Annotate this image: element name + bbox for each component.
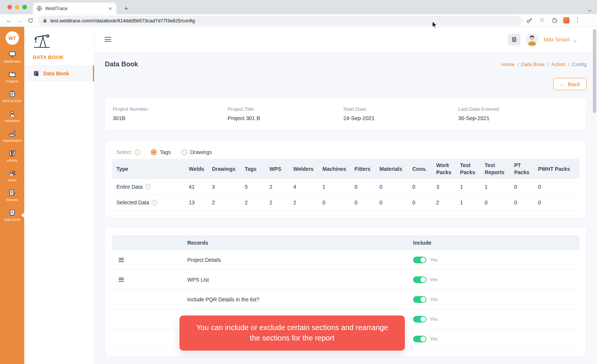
radio-tags[interactable]: Tags: [151, 149, 171, 155]
tab-title: WeldTrace: [45, 6, 105, 11]
cell-value: 0: [410, 195, 434, 210]
browser-tab[interactable]: WeldTrace ×: [33, 3, 116, 14]
sidebar-item-organization[interactable]: Organization: [0, 126, 24, 146]
column-header: Test Reports: [482, 159, 512, 179]
back-arrow-icon: ←: [560, 81, 565, 87]
close-window-button[interactable]: [7, 5, 12, 9]
main-area: Max Smart Data Book Home / Data Book / A…: [94, 27, 597, 364]
password-key-icon[interactable]: [526, 17, 533, 23]
module-sidebar: DATA BOOK Data Book: [24, 27, 94, 364]
info-icon[interactable]: i: [145, 184, 151, 189]
include-toggle[interactable]: Yes: [413, 296, 438, 303]
project-number-field: Project Number: 301B: [113, 106, 228, 121]
chevron-down-icon[interactable]: [573, 37, 576, 43]
primary-sidebar: WT Dashboard Projects WPS & PQR Personne…: [0, 27, 24, 364]
sidebar-item-data-book[interactable]: Data Book: [0, 205, 24, 225]
cell-value: 2: [434, 195, 458, 210]
user-name[interactable]: Max Smart: [544, 37, 570, 43]
weldtrace-logo[interactable]: WT: [6, 31, 19, 45]
records-column-header: Records: [187, 235, 208, 250]
include-toggle[interactable]: Yes: [413, 257, 438, 263]
dashboard-icon: [8, 50, 16, 59]
sidebar-item-personnel[interactable]: Personnel: [0, 106, 24, 126]
column-header: Work Packs: [434, 159, 458, 179]
cell-value: 2: [267, 179, 291, 195]
field-label: Last Data Entered:: [458, 106, 586, 112]
hamburger-menu-icon[interactable]: [104, 37, 111, 42]
info-icon[interactable]: i: [152, 200, 157, 205]
browser-back-button[interactable]: ←: [4, 16, 13, 25]
sidebar-item-wps-pqr[interactable]: WPS & PQR: [0, 87, 24, 106]
toggle-switch-icon[interactable]: [413, 257, 426, 263]
project-title-field: Project Title: Project 301 B: [228, 106, 343, 121]
toggle-switch-icon[interactable]: [413, 316, 426, 323]
include-toggle[interactable]: Yes: [413, 336, 438, 342]
cell-value: 0: [320, 195, 352, 210]
toggle-switch-icon[interactable]: [413, 336, 426, 342]
cell-value: 0: [377, 179, 410, 195]
breadcrumb-home[interactable]: Home: [501, 62, 515, 67]
sidebar-item-library[interactable]: Library: [0, 146, 24, 166]
url-text[interactable]: test.weldtrace.com/#/databook/614ddd5b57…: [50, 18, 195, 23]
field-value: 24-Sep-2021: [343, 115, 458, 121]
column-header: Welds: [187, 159, 210, 179]
address-bar[interactable]: test.weldtrace.com/#/databook/614ddd5b57…: [38, 16, 522, 25]
minimize-window-button[interactable]: [15, 5, 19, 9]
toggle-label: Yes: [430, 277, 438, 282]
user-avatar[interactable]: [526, 33, 538, 46]
record-label: WPS List: [187, 277, 209, 283]
column-header: PT Packs: [512, 159, 536, 179]
extensions-puzzle-icon[interactable]: [552, 17, 558, 23]
toggle-switch-icon[interactable]: [413, 276, 426, 283]
lock-icon: [43, 18, 47, 23]
sidebar-item-projects[interactable]: Projects: [0, 67, 24, 87]
radio-drawings[interactable]: Drawings: [181, 149, 212, 155]
breadcrumb-data-book[interactable]: Data Book: [521, 62, 545, 67]
toggle-switch-icon[interactable]: [413, 296, 426, 303]
sidebar-item-label: Library: [7, 159, 18, 162]
tab-search-chevron-icon[interactable]: [588, 6, 591, 13]
back-button-label: Back: [568, 81, 580, 87]
reload-icon[interactable]: [28, 18, 34, 23]
extension-badge-icon[interactable]: [563, 17, 569, 23]
vertical-scrollbar[interactable]: [593, 29, 596, 113]
quick-report-button[interactable]: [508, 34, 521, 46]
bookmark-star-icon[interactable]: ☆: [540, 16, 545, 23]
column-header: PWHT Packs: [536, 159, 579, 179]
globe-favicon-icon: [37, 6, 42, 11]
drag-handle-icon[interactable]: [119, 277, 124, 282]
include-toggle[interactable]: Yes: [413, 276, 438, 283]
table-row-selected-data: Selected Datai 13 2 2 2 2 0 0 0 0 2 1 0 …: [112, 195, 579, 210]
app-topbar: Max Smart: [94, 27, 597, 52]
include-toggle[interactable]: Yes: [413, 316, 438, 323]
new-tab-button[interactable]: +: [122, 4, 131, 13]
cell-value: 2: [243, 195, 267, 210]
info-tooltip: You can include or exclude certain secti…: [179, 316, 405, 351]
cell-value: 0: [352, 179, 377, 195]
radio-button-icon[interactable]: [151, 149, 157, 155]
drag-handle-icon[interactable]: [119, 258, 124, 262]
tab-close-icon[interactable]: ×: [108, 6, 113, 11]
record-row-wps-list: WPS List Yes: [112, 270, 579, 290]
column-header: Fitters: [352, 159, 377, 179]
sidebar-item-dashboard[interactable]: Dashboard: [0, 47, 24, 67]
sidebar-item-reports[interactable]: Reports: [0, 185, 24, 205]
cell-value: 0: [536, 195, 579, 210]
breadcrumb-separator: /: [547, 62, 549, 67]
info-icon[interactable]: i: [135, 150, 140, 155]
cell-value: 2: [291, 195, 320, 210]
cell-value: 1: [458, 195, 482, 210]
breadcrumb-separator: /: [568, 62, 569, 67]
sidebar-item-users[interactable]: Users: [0, 166, 24, 185]
breadcrumb: Home / Data Book / Action / Config: [501, 62, 587, 67]
radio-button-icon[interactable]: [181, 149, 187, 155]
cell-value: 5: [243, 179, 267, 195]
sidebar-item-label: Data Book: [4, 218, 20, 222]
breadcrumb-action[interactable]: Action: [551, 62, 566, 67]
browser-menu-icon[interactable]: ⋮: [574, 16, 581, 24]
start-date-field: Start Date: 24-Sep-2021: [343, 106, 458, 121]
maximize-window-button[interactable]: [22, 5, 27, 9]
back-button[interactable]: ← Back: [553, 78, 587, 90]
sidebar-item-label: Users: [8, 178, 17, 182]
module-item-data-book[interactable]: Data Book: [24, 66, 94, 81]
